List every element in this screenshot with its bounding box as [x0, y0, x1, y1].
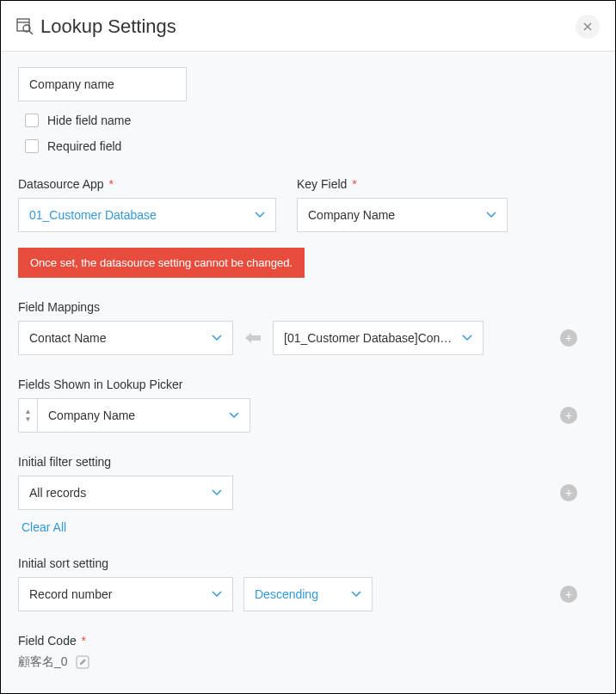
- required-field-checkbox[interactable]: [25, 139, 39, 153]
- sort-direction-select[interactable]: Descending: [243, 577, 373, 611]
- add-sort-button[interactable]: +: [560, 586, 577, 603]
- mapping-source-select[interactable]: [01_Customer Database]Contact: [273, 321, 484, 355]
- drag-handle[interactable]: ▲ ▼: [18, 398, 37, 433]
- svg-line-3: [29, 31, 33, 34]
- add-filter-button[interactable]: +: [560, 484, 577, 501]
- chevron-down-icon: [212, 335, 222, 341]
- hide-field-name-label: Hide field name: [47, 114, 131, 127]
- required-star: *: [106, 177, 114, 191]
- chevron-down-icon: [212, 489, 222, 496]
- close-button[interactable]: [576, 15, 600, 39]
- lookup-picker-label: Fields Shown in Lookup Picker: [18, 378, 598, 391]
- sort-field-select[interactable]: Record number: [18, 577, 233, 611]
- arrow-left-icon: [240, 331, 266, 345]
- mapping-target-select[interactable]: Contact Name: [18, 321, 233, 355]
- add-picker-field-button[interactable]: +: [560, 407, 577, 424]
- key-field-select[interactable]: Company Name: [297, 198, 508, 232]
- required-star: *: [348, 177, 356, 191]
- field-mappings-label: Field Mappings: [18, 300, 598, 314]
- edit-field-code-button[interactable]: [75, 654, 90, 670]
- pencil-icon: [76, 655, 89, 669]
- hide-field-name-checkbox[interactable]: [25, 114, 39, 127]
- datasource-app-label: Datasource App *: [18, 177, 276, 191]
- field-code-value: 顧客名_0: [18, 654, 68, 670]
- initial-sort-label: Initial sort setting: [18, 556, 598, 570]
- lookup-picker-field-select[interactable]: Company Name: [37, 398, 250, 433]
- chevron-down-icon: [486, 212, 496, 218]
- caret-up-icon: ▲: [25, 408, 32, 415]
- key-field-label: Key Field *: [297, 177, 508, 191]
- plus-icon: +: [565, 487, 572, 499]
- dialog-header: Lookup Settings: [1, 1, 615, 52]
- caret-down-icon: ▼: [25, 416, 32, 423]
- add-mapping-button[interactable]: +: [560, 329, 577, 347]
- plus-icon: +: [565, 409, 572, 421]
- chevron-down-icon: [212, 591, 222, 598]
- chevron-down-icon: [351, 591, 361, 598]
- chevron-down-icon: [462, 335, 472, 341]
- dialog-title: Lookup Settings: [40, 15, 576, 38]
- plus-icon: +: [565, 588, 572, 600]
- required-star: *: [78, 634, 86, 648]
- initial-filter-label: Initial filter setting: [18, 455, 598, 469]
- required-field-label: Required field: [47, 139, 121, 153]
- field-name-input[interactable]: [18, 67, 187, 101]
- field-code-label: Field Code *: [18, 634, 598, 648]
- clear-all-link[interactable]: Clear All: [22, 520, 66, 534]
- lookup-icon: [16, 18, 34, 35]
- dialog-body: Hide field name Required field Datasourc…: [1, 52, 615, 692]
- chevron-down-icon: [229, 412, 239, 419]
- initial-filter-select[interactable]: All records: [18, 476, 233, 510]
- chevron-down-icon: [255, 212, 265, 218]
- datasource-warning: Once set, the datasource setting cannot …: [18, 248, 305, 278]
- close-icon: [583, 22, 592, 31]
- datasource-app-select[interactable]: 01_Customer Database: [18, 198, 276, 232]
- plus-icon: +: [565, 332, 572, 344]
